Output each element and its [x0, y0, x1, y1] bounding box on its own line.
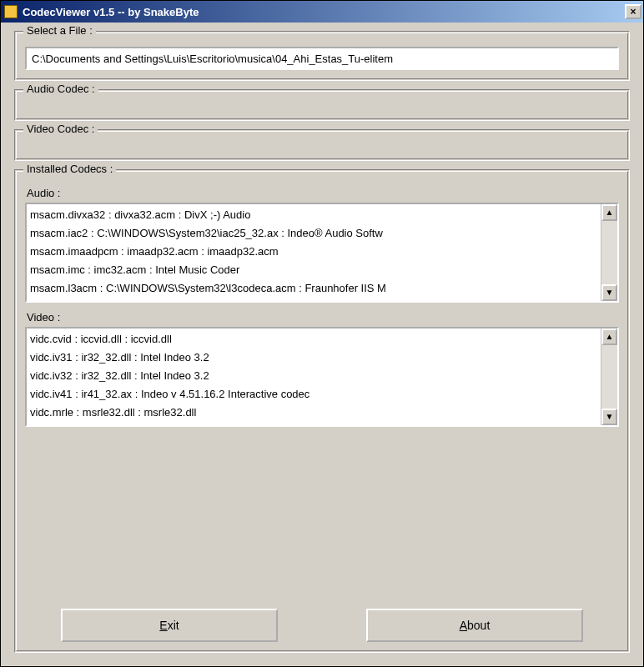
video-codec-value: [25, 140, 619, 155]
list-item[interactable]: msacm.iac2 : C:\WINDOWS\System32\iac25_3…: [30, 224, 597, 243]
scroll-up-button[interactable]: ▲: [601, 328, 617, 345]
scroll-down-button[interactable]: ▼: [601, 409, 617, 425]
exit-accel: E: [159, 619, 167, 632]
audio-codec-list[interactable]: msacm.divxa32 : divxa32.acm : DivX ;-) A…: [25, 203, 619, 303]
scroll-up-button[interactable]: ▲: [601, 204, 617, 221]
video-codec-list[interactable]: vidc.cvid : iccvid.dll : iccvid.dllvidc.…: [25, 327, 619, 427]
installed-codecs-group: Installed Codecs : Audio : msacm.divxa32…: [14, 169, 630, 653]
client-area: Select a File : Audio Codec : Video Code…: [1, 23, 643, 666]
audio-section: Audio : msacm.divxa32 : divxa32.acm : Di…: [25, 185, 619, 303]
audio-codec-group: Audio Codec :: [14, 89, 630, 121]
scroll-track[interactable]: [601, 345, 617, 409]
close-button[interactable]: ×: [625, 4, 641, 19]
list-item[interactable]: vidc.iv32 : ir32_32.dll : Intel Indeo 3.…: [30, 367, 597, 385]
button-row: Exit About: [25, 600, 619, 642]
video-section: Video : vidc.cvid : iccvid.dll : iccvid.…: [25, 309, 619, 427]
file-path-input[interactable]: [25, 47, 619, 70]
about-rest: bout: [467, 619, 490, 632]
video-list-label: Video :: [27, 311, 619, 323]
audio-scrollbar[interactable]: ▲ ▼: [601, 204, 617, 301]
video-scrollbar[interactable]: ▲ ▼: [601, 328, 617, 425]
exit-button[interactable]: Exit: [61, 609, 278, 642]
list-item[interactable]: vidc.mrle : msrle32.dll : msrle32.dll: [30, 404, 597, 422]
scroll-down-button[interactable]: ▼: [601, 284, 617, 301]
titlebar[interactable]: CodecViewer v1.5 -- by SnakeByte ×: [1, 1, 643, 23]
about-accel: A: [460, 619, 467, 632]
list-item[interactable]: vidc.cvid : iccvid.dll : iccvid.dll: [30, 330, 597, 349]
exit-rest: xit: [168, 619, 179, 632]
list-item[interactable]: vidc.iv31 : ir32_32.dll : Intel Indeo 3.…: [30, 349, 597, 367]
list-item[interactable]: msacm.divxa32 : divxa32.acm : DivX ;-) A…: [30, 206, 597, 224]
about-button[interactable]: About: [366, 609, 583, 642]
installed-codecs-legend: Installed Codecs :: [23, 163, 116, 175]
app-icon: [4, 5, 18, 18]
list-item[interactable]: vidc.iv41 : ir41_32.ax : Indeo v 4.51.16…: [30, 385, 597, 404]
video-list-content: vidc.cvid : iccvid.dll : iccvid.dllvidc.…: [27, 328, 601, 425]
scroll-track[interactable]: [601, 221, 617, 284]
audio-list-content: msacm.divxa32 : divxa32.acm : DivX ;-) A…: [27, 204, 601, 301]
select-file-legend: Select a File :: [23, 24, 96, 37]
window-title: CodecViewer v1.5 -- by SnakeByte: [23, 6, 625, 18]
audio-codec-legend: Audio Codec :: [23, 83, 98, 95]
list-item[interactable]: msacm.imc : imc32.acm : Intel Music Code…: [30, 261, 597, 279]
select-file-group: Select a File :: [14, 31, 630, 81]
video-codec-legend: Video Codec :: [23, 123, 98, 135]
audio-codec-value: [25, 100, 619, 115]
list-item[interactable]: msacm.l3acm : C:\WINDOWS\System32\l3code…: [30, 279, 597, 298]
audio-list-label: Audio :: [27, 187, 619, 199]
video-codec-group: Video Codec :: [14, 129, 630, 161]
list-item[interactable]: msacm.imaadpcm : imaadp32.acm : imaadp32…: [30, 243, 597, 261]
app-window: CodecViewer v1.5 -- by SnakeByte × Selec…: [0, 0, 644, 667]
